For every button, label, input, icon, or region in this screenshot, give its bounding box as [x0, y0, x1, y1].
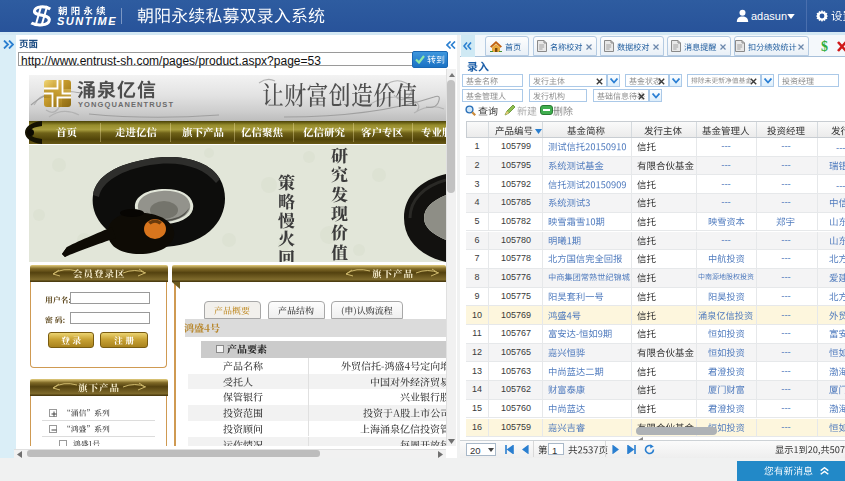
svg-text:$: $ — [821, 40, 828, 53]
